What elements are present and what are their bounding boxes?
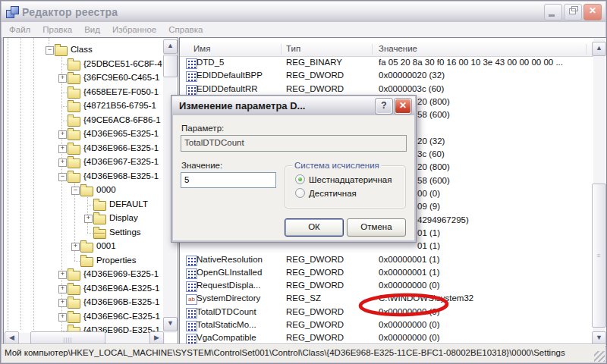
expand-plus-toggle[interactable] bbox=[58, 145, 67, 153]
tree-item-label[interactable]: 0000 bbox=[96, 185, 116, 194]
folder-icon bbox=[93, 201, 106, 211]
registry-value-fragment: 01 (1) bbox=[417, 228, 440, 237]
registry-row[interactable]: OpenGLInstalledREG_DWORD0x00000001 (1) bbox=[180, 267, 593, 280]
value-type: REG_DWORD bbox=[286, 268, 344, 277]
restore-button[interactable] bbox=[564, 4, 582, 20]
expand-plus-toggle[interactable] bbox=[58, 285, 67, 293]
menu-item[interactable]: Файл bbox=[3, 24, 36, 36]
tree-item-label[interactable]: Class bbox=[71, 45, 93, 54]
registry-row[interactable]: EDIDDefaultBPPREG_DWORD0x00000020 (32) bbox=[180, 70, 593, 83]
title-bar[interactable]: Редактор реестра ✕ bbox=[2, 2, 605, 22]
value-input[interactable]: 5 bbox=[181, 172, 276, 188]
folder-icon bbox=[80, 187, 93, 196]
list-scroll-up-button[interactable]: ▲ bbox=[592, 42, 606, 56]
registry-row[interactable]: abSystemDirectoryREG_SZC:\WINDOWS\system… bbox=[180, 293, 593, 306]
tree-item-label[interactable]: {4D36E96A-E325-1 bbox=[83, 284, 159, 293]
menu-item[interactable]: Правка bbox=[36, 24, 78, 36]
tree-item[interactable]: 0001 bbox=[4, 240, 165, 253]
tree-item-label[interactable]: {4658EE7E-F050-1 bbox=[83, 87, 159, 96]
expand-plus-toggle[interactable] bbox=[71, 243, 80, 251]
expand-plus-toggle[interactable] bbox=[58, 130, 67, 139]
dialog-title-bar[interactable]: Изменение параметра D... ? ✕ bbox=[172, 96, 415, 115]
radio-decimal[interactable] bbox=[295, 188, 305, 198]
close-button[interactable]: ✕ bbox=[583, 4, 602, 20]
expand-plus-toggle[interactable] bbox=[58, 299, 67, 307]
value-name: EDIDDefaultRR bbox=[197, 84, 258, 93]
menu-bar: ФайлПравкаВидИзбранноеСправка bbox=[2, 22, 605, 38]
tree-item-label[interactable]: {49CE6AC8-6F86-1 bbox=[83, 115, 161, 124]
tree-item[interactable]: Properties bbox=[4, 254, 165, 268]
minimize-button[interactable] bbox=[544, 4, 562, 20]
radix-groupbox: Система исчисления bbox=[285, 165, 406, 209]
radio-hexadecimal[interactable] bbox=[295, 174, 305, 184]
tree-item-label[interactable]: {4D36E966-E325-1 bbox=[83, 143, 159, 152]
tree-scroll-up-button[interactable]: ▲ bbox=[163, 39, 178, 54]
tree-item-label[interactable]: Settings bbox=[109, 228, 141, 237]
folder-icon bbox=[68, 74, 80, 84]
menu-item[interactable]: Справка bbox=[162, 24, 209, 36]
collapse-minus-toggle[interactable] bbox=[58, 173, 67, 181]
dialog-help-button[interactable]: ? bbox=[376, 99, 392, 114]
registry-row[interactable]: DTD_5REG_BINARYfa 05 20 8a 30 f0 16 00 1… bbox=[180, 57, 593, 70]
tree-item[interactable]: {4D36E966-E325-1 bbox=[4, 142, 165, 155]
tree-item[interactable]: Class bbox=[4, 43, 165, 57]
menu-item[interactable]: Избранное bbox=[106, 24, 162, 36]
tree-vscroll-thumb[interactable] bbox=[163, 55, 178, 77]
tree-item[interactable]: {4D36E969-E325-1 bbox=[4, 268, 165, 281]
tree-item-label[interactable]: {36FC9E60-C465-1 bbox=[83, 73, 159, 82]
expand-plus-toggle[interactable] bbox=[84, 215, 93, 223]
menu-item[interactable]: Вид bbox=[78, 24, 106, 36]
tree-item[interactable]: 0000 bbox=[4, 184, 165, 197]
registry-value-fragment: 4294967295) bbox=[417, 215, 469, 224]
collapse-minus-toggle[interactable] bbox=[46, 46, 54, 55]
tree-item-label[interactable]: DEFAULT bbox=[109, 199, 148, 209]
tree-scroll-down-button[interactable]: ▼ bbox=[163, 317, 178, 331]
folder-icon bbox=[68, 271, 80, 281]
value-data: 0x00000001 (1) bbox=[379, 268, 440, 277]
registry-row[interactable]: RequestDispla...REG_DWORD0x00000000 (0) bbox=[180, 280, 593, 293]
tree-item[interactable]: Settings bbox=[4, 226, 165, 240]
cancel-button[interactable]: Отмена bbox=[347, 218, 406, 237]
binary-value-icon bbox=[186, 71, 197, 82]
tree-item-label[interactable]: Properties bbox=[96, 256, 136, 265]
tree-item[interactable]: {49CE6AC8-6F86-1 bbox=[4, 114, 165, 127]
tree-item[interactable]: {4D36E96A-E325-1 bbox=[4, 282, 165, 296]
registry-row[interactable]: TotalStaticMo...REG_DWORD0x00000000 (0) bbox=[180, 319, 593, 332]
ok-button[interactable]: ОК bbox=[285, 218, 344, 237]
expand-plus-toggle[interactable] bbox=[58, 74, 67, 83]
registry-row[interactable]: TotalDTDCountREG_DWORD0x00000000 (0) bbox=[180, 306, 593, 319]
tree-item-label[interactable]: Display bbox=[109, 213, 138, 222]
registry-row[interactable]: NativeResolutionREG_DWORD0x00000001 (1) bbox=[180, 254, 593, 267]
value-type: REG_DWORD bbox=[286, 333, 344, 342]
tree-item-label[interactable]: {48721B56-6795-1 bbox=[83, 101, 156, 110]
expand-plus-toggle[interactable] bbox=[58, 158, 67, 167]
tree-item[interactable]: Display bbox=[4, 212, 165, 225]
tree-item[interactable]: DEFAULT bbox=[4, 198, 165, 212]
tree-item[interactable]: {25DBCE51-6C8F-4 bbox=[4, 58, 165, 71]
collapse-minus-toggle[interactable] bbox=[71, 187, 80, 195]
tree-item[interactable]: {4D36E96B-E325-1 bbox=[4, 296, 165, 309]
tree-item[interactable]: {48721B56-6795-1 bbox=[4, 99, 165, 113]
tree-item-label[interactable]: {4D36E967-E325-1 bbox=[83, 157, 159, 166]
value-type: REG_SZ bbox=[286, 293, 321, 303]
tree-item[interactable]: {4D36E967-E325-1 bbox=[4, 155, 165, 169]
expand-plus-toggle[interactable] bbox=[58, 271, 67, 279]
tree-item-label[interactable]: {4D36E968-E325-1 bbox=[83, 171, 159, 180]
tree-item[interactable]: {36FC9E60-C465-1 bbox=[4, 71, 165, 85]
tree-item[interactable]: {4D36E96C-E325-1 bbox=[4, 310, 165, 324]
tree-item-label[interactable]: {4D36E96C-E325-1 bbox=[83, 312, 160, 321]
tree-item-label[interactable]: {4D36E965-E325-1 bbox=[83, 129, 159, 138]
edit-dword-dialog: Изменение параметра D... ? ✕ Параметр: T… bbox=[171, 95, 417, 243]
registry-value-fragment: 09 (9) bbox=[417, 202, 440, 211]
tree-item[interactable]: {4D36E965-E325-1 bbox=[4, 127, 165, 141]
tree-item[interactable]: {4D36E968-E325-1 bbox=[4, 170, 165, 184]
resize-grip[interactable] bbox=[594, 351, 605, 362]
tree-item-label[interactable]: {25DBCE51-6C8F-4 bbox=[83, 59, 162, 68]
list-vscroll-thumb[interactable]: ≡ bbox=[592, 184, 606, 328]
tree-item-label[interactable]: 0001 bbox=[96, 241, 116, 250]
dialog-close-button[interactable]: ✕ bbox=[395, 99, 411, 114]
expand-plus-toggle[interactable] bbox=[58, 313, 67, 322]
tree-item-label[interactable]: {4D36E969-E325-1 bbox=[83, 269, 159, 278]
tree-item[interactable]: {4658EE7E-F050-1 bbox=[4, 86, 165, 99]
tree-item-label[interactable]: {4D36E96B-E325-1 bbox=[83, 297, 159, 306]
